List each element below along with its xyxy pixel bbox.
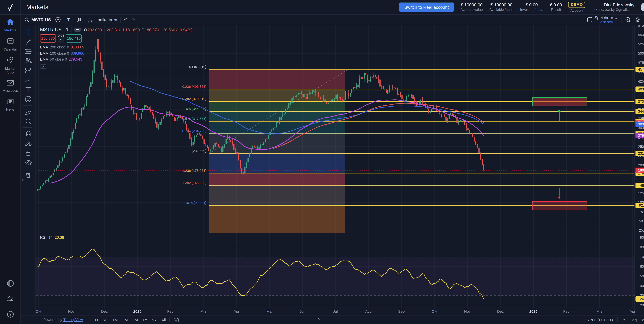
indicator-legend-row[interactable]: EMA50 close 0279.543 bbox=[40, 57, 192, 61]
ohlc-key: C bbox=[142, 27, 144, 32]
delete-drawings-tool[interactable] bbox=[23, 170, 34, 180]
axis-tick-label: 575.000 bbox=[638, 25, 644, 28]
redo-icon[interactable]: ↷ bbox=[132, 17, 136, 23]
tune-icon[interactable] bbox=[6, 295, 14, 304]
stat-label: Available funds bbox=[490, 8, 514, 12]
sidebar-item-label: Calendar bbox=[4, 48, 17, 52]
trend-line-tool[interactable] bbox=[23, 37, 34, 46]
add-symbol-icon[interactable] bbox=[55, 17, 61, 23]
auto-scale-toggle[interactable]: auto bbox=[642, 317, 644, 322]
news-icon bbox=[6, 98, 14, 106]
fib-retracement-tool[interactable] bbox=[23, 46, 34, 56]
rsi-value: 26.38 bbox=[54, 235, 64, 240]
range-button-all[interactable]: All bbox=[162, 317, 166, 322]
sidebar-item-markets[interactable]: Markets bbox=[0, 18, 20, 32]
save-layout-button[interactable]: Speichern Speichern bbox=[594, 16, 617, 24]
powered-by: Powered by TradingView bbox=[44, 317, 83, 322]
brush-tool[interactable] bbox=[23, 75, 34, 85]
quick-search-icon[interactable] bbox=[625, 17, 631, 23]
range-button-6m[interactable]: 6M bbox=[132, 317, 138, 322]
range-button-1y[interactable]: 1Y bbox=[142, 317, 147, 322]
axis-tick-label: 20.00 bbox=[640, 303, 644, 307]
axis-tick-label: 40.00 bbox=[640, 284, 644, 288]
emoji-tool[interactable] bbox=[23, 94, 34, 104]
chart-area[interactable]: 0 (457.110)0.236 (403.861)0.382 (370.919… bbox=[36, 25, 644, 315]
zoom-in-tool[interactable] bbox=[23, 117, 34, 126]
indicator-legend-row[interactable]: EMA100 close 0309.980 bbox=[40, 51, 192, 55]
chart-type-candles-icon[interactable] bbox=[76, 17, 82, 23]
save-sub-label: Speichern bbox=[599, 20, 613, 24]
range-button-5y[interactable]: 5Y bbox=[152, 317, 157, 322]
stat-label: Account value bbox=[460, 8, 483, 12]
indicator-legend-row[interactable]: EMA200 close 0314.609 bbox=[40, 45, 192, 49]
user-info[interactable]: Dirk Friczewsky dirk.friczewsky@gmail.co… bbox=[592, 2, 634, 12]
ruler-tool[interactable] bbox=[23, 107, 34, 116]
fx-icon: fx bbox=[88, 17, 94, 23]
range-button-3m[interactable]: 3M bbox=[122, 317, 128, 322]
sell-price-button[interactable]: 186.370 bbox=[40, 34, 56, 43]
sidebar-item-market-buzz[interactable]: MarketBuzz bbox=[0, 57, 20, 75]
time-axis-label: Apr bbox=[630, 309, 635, 313]
go-to-date-icon[interactable] bbox=[174, 317, 179, 322]
drawbar-divider bbox=[23, 169, 32, 169]
help-icon[interactable]: ? bbox=[6, 310, 14, 319]
contrast-icon[interactable] bbox=[6, 280, 14, 289]
axis-badge-label: 279.543 bbox=[638, 134, 644, 138]
indicator-name: EMA bbox=[40, 51, 48, 55]
fib-level-label: 1.236 (178.231) bbox=[182, 169, 206, 173]
indicator-params: 100 close 0 bbox=[50, 51, 69, 55]
indicator-value: 279.543 bbox=[69, 57, 82, 61]
switch-to-real-account-button[interactable]: Switch to Real account bbox=[399, 3, 454, 12]
supply-zone-box[interactable] bbox=[532, 97, 587, 106]
crosshair-tool[interactable] bbox=[23, 27, 34, 37]
legend-visibility-toggle[interactable] bbox=[74, 28, 82, 32]
symbol-search-icon[interactable] bbox=[24, 17, 30, 22]
user-email: dirk.friczewsky@gmail.com bbox=[592, 8, 634, 12]
symbol-search-input[interactable]: MSTR.US bbox=[31, 17, 51, 22]
person-icon bbox=[642, 4, 644, 10]
long-position-tool[interactable] bbox=[23, 66, 34, 75]
log-scale-toggle[interactable]: log bbox=[632, 317, 637, 322]
checkmark-logo-icon bbox=[6, 3, 14, 11]
account-stats: € 10000.00Account value€ 10000.00Availab… bbox=[460, 2, 562, 12]
settings-gear-icon[interactable] bbox=[635, 17, 641, 23]
range-button-1m[interactable]: 1M bbox=[112, 317, 118, 322]
layout-icon[interactable] bbox=[587, 17, 592, 23]
sidebar-item-calendar[interactable]: Calendar bbox=[0, 37, 20, 52]
price-axis-scale[interactable]: 575.000550.000525.000500.000475.000450.0… bbox=[636, 25, 644, 307]
magnet-tool[interactable] bbox=[23, 129, 34, 139]
buy-price-button[interactable]: 186.410 bbox=[66, 34, 82, 43]
text-tool[interactable] bbox=[23, 85, 34, 94]
time-axis-scale[interactable]: OktNovDez2025FebMrzAprMaiJunJulAugSepOkt… bbox=[36, 309, 635, 313]
drawing-mode-tool[interactable] bbox=[23, 139, 34, 148]
indicators-button[interactable]: fx Indikatoren bbox=[88, 17, 117, 23]
hide-drawings-tool[interactable] bbox=[23, 158, 34, 167]
stat-value: € 10000.00 bbox=[461, 2, 482, 8]
spread-quantity[interactable]: 0.04 1 bbox=[56, 34, 66, 43]
range-button-1d[interactable]: 1D bbox=[93, 317, 98, 322]
indicator-legend-rows: EMA200 close 0314.609EMA100 close 0309.9… bbox=[40, 45, 192, 61]
sidebar-item-news[interactable]: News bbox=[0, 98, 20, 112]
lock-drawings-tool[interactable] bbox=[23, 148, 34, 158]
xabcd-pattern-tool[interactable] bbox=[23, 56, 34, 66]
watchlist-expand-chevron-icon[interactable] bbox=[21, 175, 23, 183]
app-logo[interactable] bbox=[0, 0, 21, 15]
rsi-period: 14 bbox=[48, 235, 52, 240]
clock-time[interactable]: 23:51:06 (UTC+1) bbox=[581, 317, 613, 322]
demand-zone-box[interactable] bbox=[532, 202, 587, 210]
percent-scale-toggle[interactable]: % bbox=[622, 317, 626, 322]
tradingview-link[interactable]: TradingView bbox=[63, 317, 83, 322]
legend-collapse-button[interactable] bbox=[40, 64, 46, 69]
undo-icon[interactable]: ↶ bbox=[124, 17, 128, 23]
avatar[interactable] bbox=[641, 3, 644, 12]
symbol-title[interactable]: MSTR.US · 1T bbox=[40, 27, 72, 32]
sidebar-item-messages[interactable]: Messages bbox=[0, 80, 20, 93]
interval-button[interactable]: T bbox=[67, 17, 70, 22]
account-stat: € 10000.00Available funds bbox=[490, 2, 514, 12]
range-button-5d[interactable]: 5D bbox=[102, 317, 108, 322]
sidebar-item-label: MarketBuzz bbox=[5, 67, 15, 75]
axis-tick-label: 125.000 bbox=[638, 191, 644, 195]
bottom-panel-expander[interactable] bbox=[318, 317, 320, 321]
stat-value: € 10000.00 bbox=[490, 2, 512, 8]
sidebar-items: MarketsCalendarMarketBuzzMessagesNews bbox=[0, 18, 20, 117]
